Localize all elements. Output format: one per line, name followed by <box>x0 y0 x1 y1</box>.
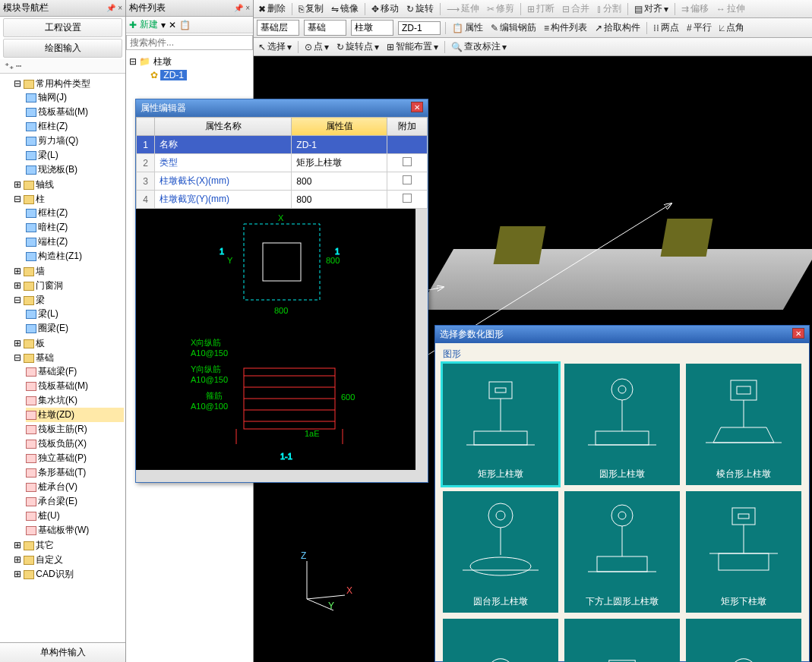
tree-slab[interactable]: ⊞ 板 <box>14 336 124 351</box>
search-input[interactable] <box>126 35 253 50</box>
tree-axis-grid[interactable]: 轴网(J) <box>26 90 124 105</box>
tree-slab-strip[interactable]: 基础板带(W) <box>26 523 124 537</box>
tree-shear-wall[interactable]: 剪力墙(Q) <box>26 134 124 148</box>
tree-wall[interactable]: ⊞ 墙 <box>14 264 124 279</box>
tree-cast-slab[interactable]: 现浇板(B) <box>26 162 124 177</box>
close-icon[interactable]: ✕ <box>411 102 423 112</box>
new-button[interactable]: 新建 <box>140 18 158 31</box>
tree-iso-found[interactable]: 独立基础(P) <box>26 451 124 465</box>
tree-raft[interactable]: 筏板基础(M) <box>26 105 124 119</box>
tree-beam[interactable]: 梁(L) <box>26 148 124 162</box>
tree-hidden-col[interactable]: 暗柱(Z) <box>26 220 124 235</box>
toolbar-context: 基础层 基础 柱墩 ZD-1 📋 属性 ✎ 编辑钢筋 ≡ 构件列表 ↗ 拾取构件… <box>254 18 812 38</box>
dropdown-icon[interactable]: ▾ <box>161 20 166 30</box>
tb-smart[interactable]: ⊞ 智能布置 ▾ <box>385 39 440 54</box>
tab-draw-input[interactable]: 绘图输入 <box>3 39 122 58</box>
tb-rotate[interactable]: ↻ 旋转 <box>405 2 435 16</box>
tree-raft-neg[interactable]: 筏板负筋(X) <box>26 437 124 451</box>
tb-pick[interactable]: ↗ 拾取构件 <box>593 20 642 35</box>
tree-cad[interactable]: ⊞ CAD识别 <box>14 567 124 582</box>
sel-category[interactable]: 基础 <box>304 20 346 36</box>
tree-foundation[interactable]: ⊟ 基础 基础梁(F) 筏板基础(M) 集水坑(K) 柱墩(ZD) 筏板主筋(R… <box>14 351 124 538</box>
tb-check[interactable]: 🔍 查改标注 ▾ <box>450 39 508 54</box>
new-icon[interactable]: ✚ <box>129 20 137 30</box>
copy-icon[interactable]: 📋 <box>179 20 191 30</box>
tb-attr[interactable]: 📋 属性 <box>450 20 485 35</box>
tree-axis-line[interactable]: ⊞ 轴线 <box>14 178 124 192</box>
diagram-hscroll[interactable] <box>136 470 428 482</box>
svg-point-50 <box>618 512 626 519</box>
complist-pin-icon[interactable]: 📌 × <box>234 4 250 12</box>
svg-rect-55 <box>738 514 749 519</box>
shape-rect-bottom-pier[interactable]: 矩形下柱墩 <box>686 491 801 613</box>
tree-beam-group[interactable]: ⊟ 梁 梁(L) 圈梁(E) <box>14 293 124 336</box>
svg-rect-54 <box>732 508 755 525</box>
tree-beam-l2[interactable]: 梁(L) <box>26 307 124 321</box>
diagram-vscroll[interactable] <box>415 209 428 482</box>
tree-raft-main[interactable]: 筏板主筋(R) <box>26 422 124 437</box>
sel-item[interactable]: ZD-1 <box>398 21 441 35</box>
sel-type[interactable]: 柱墩 <box>351 20 393 36</box>
tree-constr-col[interactable]: 构造柱(Z1) <box>26 249 124 263</box>
prop-row-2[interactable]: 2类型矩形上柱墩 <box>137 154 428 172</box>
tree-pile-cap[interactable]: 桩承台(V) <box>26 480 124 494</box>
shape-dlg-titlebar[interactable]: 选择参数化图形 ✕ <box>435 326 809 343</box>
svg-rect-41 <box>737 386 750 394</box>
tb-select[interactable]: ↖ 选择 ▾ <box>257 39 293 54</box>
tab-project-settings[interactable]: 工程设置 <box>3 18 122 37</box>
tb-point[interactable]: ⊙ 点 ▾ <box>303 39 330 54</box>
svg-point-63 <box>731 659 756 662</box>
shape-rect-top-pier[interactable]: 矩形上柱墩 <box>443 364 558 485</box>
tb-parallel[interactable]: # 平行 <box>685 20 713 35</box>
tree-pile[interactable]: 桩(U) <box>26 509 124 523</box>
tb-edit-rebar[interactable]: ✎ 编辑钢筋 <box>489 20 538 35</box>
shape-cone-top-pier[interactable]: 圆台形上柱墩 <box>443 491 558 613</box>
shape-extra-2[interactable] <box>564 619 680 662</box>
tb-copy[interactable]: ⎘ 复制 <box>297 2 325 16</box>
delete-icon[interactable]: ✕ <box>169 20 176 30</box>
prop-row-1[interactable]: 1名称ZD-1 <box>137 136 428 154</box>
tb-two-point[interactable]: ⁞⁞ 两点 <box>652 20 681 35</box>
comp-item[interactable]: ✿ ZD-1 <box>129 69 250 81</box>
shape-close-icon[interactable]: ✕ <box>792 328 804 339</box>
tb-comp-list[interactable]: ≡ 构件列表 <box>542 20 589 35</box>
tree-cap-beam[interactable]: 承台梁(E) <box>26 494 124 509</box>
tb-point-angle[interactable]: ⟀ 点角 <box>718 20 746 35</box>
col-extra: 附加 <box>387 118 427 136</box>
prop-row-3[interactable]: 3柱墩截长(X)(mm)800 <box>137 172 428 191</box>
tree-col-pier[interactable]: 柱墩(ZD) <box>26 408 124 422</box>
svg-text:1: 1 <box>220 247 224 256</box>
shape-sq-circ-top-pier[interactable]: 下方上圆形上柱墩 <box>564 491 680 613</box>
tree-frame-col2[interactable]: 框柱(Z) <box>26 206 124 220</box>
tree-strip-found[interactable]: 条形基础(T) <box>26 465 124 480</box>
tree-sump[interactable]: 集水坑(K) <box>26 393 124 408</box>
shape-frustum-top-pier[interactable]: 棱台形上柱墩 <box>686 364 801 485</box>
comp-root[interactable]: ⊟ 📁 柱墩 <box>129 55 250 69</box>
sel-layer[interactable]: 基础层 <box>257 20 299 36</box>
tb-delete[interactable]: ✖ 删除 <box>257 2 287 16</box>
tb-mirror[interactable]: ⇋ 镜像 <box>330 2 360 16</box>
tree-ring-beam[interactable]: 圈梁(E) <box>26 321 124 336</box>
section-diagram: X Y 800 800 1 1 X向纵筋 A10@150 Y向纵筋 A10@15… <box>136 209 428 482</box>
shape-extra-3[interactable] <box>686 619 801 662</box>
tree-raft2[interactable]: 筏板基础(M) <box>26 379 124 393</box>
tree-column[interactable]: ⊟ 柱 框柱(Z) 暗柱(Z) 端柱(Z) 构造柱(Z1) <box>14 192 124 264</box>
tree-door-window[interactable]: ⊞ 门窗洞 <box>14 279 124 293</box>
shape-extra-1[interactable] <box>443 619 558 662</box>
axis-gizmo: Z Y X <box>292 553 352 616</box>
tab-single-input[interactable]: 单构件输入 <box>0 642 125 662</box>
shape-circle-top-pier[interactable]: 圆形上柱墩 <box>564 364 680 485</box>
tree-root[interactable]: ⊟ 常用构件类型 轴网(J) 筏板基础(M) 框柱(Z) 剪力墙(Q) 梁(L)… <box>14 77 124 178</box>
prop-dlg-titlebar[interactable]: 属性编辑器 ✕ <box>136 99 428 117</box>
tree-custom[interactable]: ⊞ 自定义 <box>14 553 124 567</box>
property-editor-dialog: 属性编辑器 ✕ 属性名称 属性值 附加 1名称ZD-1 2类型矩形上柱墩 3柱墩… <box>135 99 428 483</box>
tree-other[interactable]: ⊞ 其它 <box>14 538 124 553</box>
tb-rot-point[interactable]: ↻ 旋转点 ▾ <box>335 39 381 54</box>
tree-frame-col[interactable]: 框柱(Z) <box>26 119 124 134</box>
tb-move[interactable]: ✥ 移动 <box>370 2 400 16</box>
tree-found-beam[interactable]: 基础梁(F) <box>26 364 124 379</box>
tb-align[interactable]: ▤ 对齐 ▾ <box>633 2 670 16</box>
tree-end-col[interactable]: 端柱(Z) <box>26 235 124 249</box>
pin-icon[interactable]: 📌 × <box>106 4 122 12</box>
prop-row-4[interactable]: 4柱墩截宽(Y)(mm)800 <box>137 191 428 209</box>
